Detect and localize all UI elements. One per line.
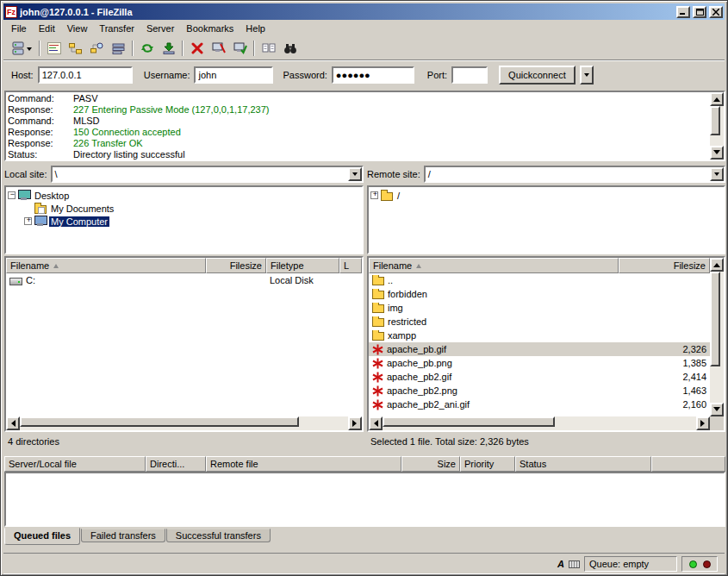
menu-file[interactable]: File xyxy=(5,21,33,36)
toggle-log-button[interactable] xyxy=(43,39,65,59)
quickconnect-button[interactable]: Quickconnect xyxy=(499,66,576,85)
scroll-track[interactable] xyxy=(710,106,724,146)
scroll-thumb[interactable] xyxy=(20,416,299,427)
local-horizontal-scrollbar[interactable] xyxy=(6,416,362,430)
scroll-down-button[interactable] xyxy=(710,146,724,160)
remote-file-row-selected[interactable]: apache_pb.gif 2,326 xyxy=(369,342,710,356)
close-button[interactable] xyxy=(709,6,723,18)
arrow-down-icon xyxy=(713,150,720,158)
local-file-row[interactable]: C: Local Disk xyxy=(6,273,362,287)
scroll-right-button[interactable] xyxy=(696,416,710,430)
scroll-left-button[interactable] xyxy=(6,416,20,430)
refresh-button[interactable] xyxy=(136,39,158,59)
menu-view[interactable]: View xyxy=(61,21,94,36)
activity-indicator-panel xyxy=(681,556,718,572)
folder-icon xyxy=(372,277,384,285)
minimize-button[interactable] xyxy=(676,6,690,18)
port-input[interactable] xyxy=(451,66,488,84)
local-site-dropdown-button[interactable] xyxy=(348,167,362,181)
column-header-filename[interactable]: Filename xyxy=(369,258,619,273)
port-label: Port: xyxy=(427,70,447,80)
queue-column-size[interactable]: Size xyxy=(401,456,460,472)
tab-successful-transfers[interactable]: Successful transfers xyxy=(166,529,271,542)
host-input[interactable] xyxy=(38,66,133,84)
remote-file-row[interactable]: apache_pb2.png 1,463 xyxy=(369,384,710,398)
queue-column-direction[interactable]: Directi... xyxy=(146,456,206,472)
quickconnect-dropdown-button[interactable] xyxy=(580,66,594,85)
queue-column-remote-file[interactable]: Remote file xyxy=(206,456,401,472)
scroll-right-button[interactable] xyxy=(348,416,362,430)
remote-file-row[interactable]: restricted xyxy=(369,315,710,329)
column-header-filetype[interactable]: Filetype xyxy=(266,258,339,273)
log-line: Response:150 Connection accepted xyxy=(8,127,708,138)
column-header-lastmodified[interactable]: L xyxy=(339,258,362,273)
menu-server[interactable]: Server xyxy=(140,21,180,36)
tab-queued-files[interactable]: Queued files xyxy=(4,528,80,545)
expand-icon[interactable] xyxy=(370,191,378,199)
process-queue-button[interactable] xyxy=(158,39,179,59)
tree-item-my-computer[interactable]: My Computer xyxy=(8,215,360,228)
scroll-left-button[interactable] xyxy=(369,416,383,430)
local-site-combo[interactable]: \ xyxy=(51,166,364,183)
scroll-thumb[interactable] xyxy=(710,272,720,366)
username-input[interactable] xyxy=(194,66,273,84)
scroll-up-button[interactable] xyxy=(710,258,724,272)
cancel-button[interactable] xyxy=(186,39,208,59)
sort-ascending-icon xyxy=(416,264,421,268)
image-file-icon xyxy=(372,372,383,383)
remote-horizontal-scrollbar[interactable] xyxy=(369,416,710,430)
scroll-track[interactable] xyxy=(710,272,724,403)
tree-item-desktop[interactable]: Desktop xyxy=(8,189,360,202)
tree-item-root[interactable]: / xyxy=(370,189,722,202)
scroll-track[interactable] xyxy=(20,416,348,430)
queue-column-status[interactable]: Status xyxy=(515,456,651,472)
scroll-thumb[interactable] xyxy=(383,416,555,427)
column-header-filesize[interactable]: Filesize xyxy=(619,258,710,273)
remote-file-row[interactable]: apache_pb2_ani.gif 2,160 xyxy=(369,398,710,411)
menu-bookmarks[interactable]: Bookmarks xyxy=(180,21,240,36)
menu-help[interactable]: Help xyxy=(240,21,271,36)
toggle-local-tree-button[interactable] xyxy=(65,39,86,59)
remote-file-row[interactable]: apache_pb2.gif 2,414 xyxy=(369,370,710,384)
queue-body[interactable] xyxy=(4,472,725,527)
remote-file-row[interactable]: forbidden xyxy=(369,287,710,301)
column-header-filesize[interactable]: Filesize xyxy=(206,258,266,273)
toggle-queue-button[interactable] xyxy=(108,39,129,59)
toggle-remote-tree-button[interactable] xyxy=(86,39,108,59)
remote-site-combo[interactable]: / xyxy=(424,166,725,183)
tab-failed-transfers[interactable]: Failed transfers xyxy=(81,529,165,542)
remote-file-row[interactable]: .. xyxy=(369,273,710,287)
remote-directory-tree: / xyxy=(367,185,725,254)
site-manager-button[interactable] xyxy=(7,39,36,59)
maximize-icon xyxy=(696,9,704,16)
scroll-thumb[interactable] xyxy=(710,106,720,135)
arrow-left-icon xyxy=(8,420,16,427)
scroll-up-button[interactable] xyxy=(710,92,724,106)
expand-icon[interactable] xyxy=(24,217,32,225)
queue-column-server-local-file[interactable]: Server/Local file xyxy=(4,456,146,472)
scroll-down-button[interactable] xyxy=(710,403,724,416)
queue-column-priority[interactable]: Priority xyxy=(460,456,515,472)
remote-site-dropdown-button[interactable] xyxy=(710,167,724,181)
column-header-filename[interactable]: Filename xyxy=(6,258,206,273)
arrow-up-icon xyxy=(713,260,720,267)
maximize-button[interactable] xyxy=(693,6,706,18)
remote-file-row[interactable]: xampp xyxy=(369,329,710,342)
directory-compare-button[interactable] xyxy=(258,39,279,59)
menu-edit[interactable]: Edit xyxy=(33,21,61,36)
disconnect-button[interactable] xyxy=(208,39,229,59)
log-vertical-scrollbar[interactable] xyxy=(710,92,724,160)
find-files-button[interactable] xyxy=(279,39,301,59)
local-tree-icon xyxy=(69,42,83,54)
tree-item-my-documents[interactable]: My Documents xyxy=(8,202,360,215)
remote-file-row[interactable]: img xyxy=(369,301,710,315)
collapse-icon[interactable] xyxy=(8,191,16,199)
remote-vertical-scrollbar[interactable] xyxy=(710,258,724,416)
password-input[interactable] xyxy=(332,66,414,84)
scroll-track[interactable] xyxy=(383,416,696,430)
reconnect-button[interactable] xyxy=(229,39,251,59)
log-line: Status:Directory listing successful xyxy=(8,149,708,160)
menu-transfer[interactable]: Transfer xyxy=(93,21,140,36)
local-list-body: C: Local Disk xyxy=(6,273,362,416)
remote-file-row[interactable]: apache_pb.png 1,385 xyxy=(369,356,710,370)
